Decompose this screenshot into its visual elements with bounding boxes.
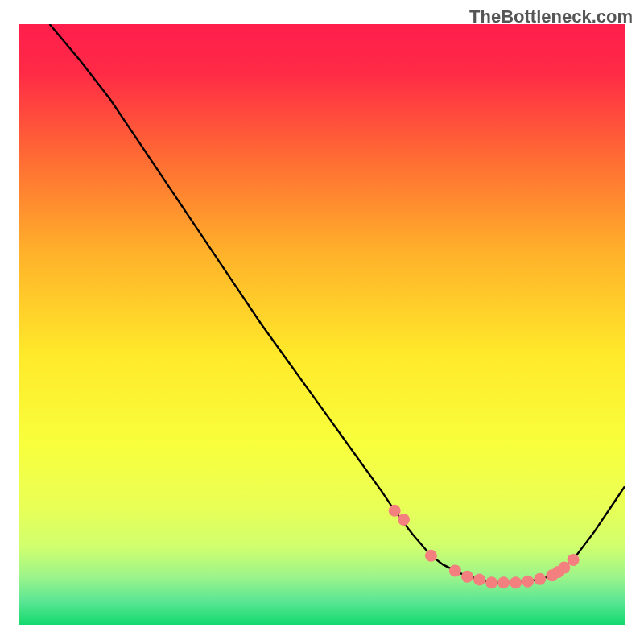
chart-svg [19, 24, 625, 625]
data-marker [534, 573, 546, 585]
plot-area [19, 24, 625, 625]
data-marker [510, 576, 522, 588]
data-marker [522, 576, 534, 588]
chart-container: TheBottleneck.com [0, 0, 644, 644]
data-marker [497, 576, 510, 588]
data-marker [449, 564, 461, 576]
gradient-background [19, 24, 625, 625]
data-marker [398, 514, 410, 526]
data-marker [568, 554, 580, 566]
watermark-text: TheBottleneck.com [469, 6, 633, 27]
data-marker [485, 576, 497, 588]
data-marker [558, 562, 570, 574]
data-marker [473, 574, 485, 586]
data-marker [425, 550, 437, 562]
data-marker [461, 571, 473, 583]
data-marker [389, 505, 401, 517]
